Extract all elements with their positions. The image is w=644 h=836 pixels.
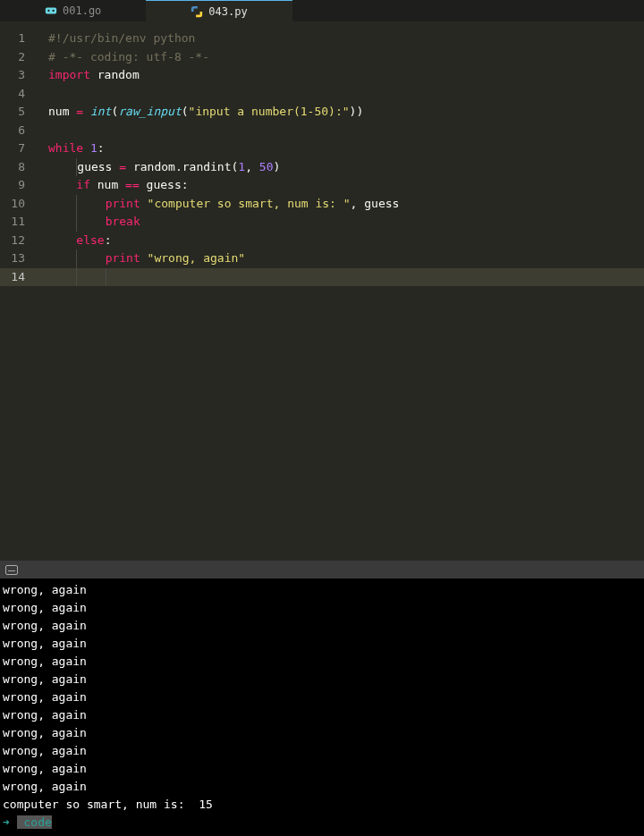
code-line[interactable]: # -*- coding: utf-8 -*- [48, 48, 644, 67]
line-number: 7 [0, 139, 38, 158]
code-line[interactable]: print "wrong, again" [48, 249, 644, 268]
tab-001-go[interactable]: 001.go [0, 0, 146, 21]
line-number: 12 [0, 232, 38, 250]
line-number: 6 [0, 122, 38, 140]
code-line[interactable]: break [48, 213, 644, 232]
line-number: 10 [0, 195, 38, 214]
line-number: 4 [0, 85, 38, 104]
tab-043-py[interactable]: 043.py [146, 0, 292, 21]
tab-bar: 001.go 043.py [0, 0, 644, 21]
line-number: 14 [0, 268, 38, 287]
terminal-output[interactable]: wrong, again wrong, again wrong, again w… [0, 578, 644, 836]
go-icon [45, 4, 57, 17]
line-number: 5 [0, 103, 38, 122]
code-line[interactable] [48, 122, 644, 140]
code-line[interactable]: guess = random.randint(1, 50) [48, 158, 644, 177]
code-line[interactable]: num = int(raw_input("input a number(1-50… [48, 103, 644, 122]
code-line[interactable] [48, 85, 644, 104]
svg-point-1 [47, 10, 49, 12]
line-number: 11 [0, 213, 38, 232]
line-number: 1 [0, 30, 38, 48]
line-number: 2 [0, 48, 38, 67]
code-line[interactable]: print "computer so smart, num is: ", gue… [48, 195, 644, 214]
code-line[interactable]: else: [48, 232, 644, 250]
line-number: 3 [0, 66, 38, 85]
code-line[interactable] [38, 268, 644, 287]
line-number: 13 [0, 249, 38, 268]
svg-point-2 [52, 10, 54, 12]
code-line[interactable]: import random [48, 66, 644, 85]
line-number-gutter: 1234567891011121314 [0, 21, 38, 561]
terminal-toolbar [0, 561, 644, 578]
code-line[interactable]: #!/usr/bin/env python [48, 30, 644, 48]
tab-label: 001.go [63, 4, 101, 17]
tab-label: 043.py [208, 5, 247, 18]
svg-rect-0 [46, 8, 56, 14]
code-area[interactable]: #!/usr/bin/env python# -*- coding: utf-8… [38, 21, 644, 561]
terminal-icon [5, 565, 18, 575]
line-number: 9 [0, 176, 38, 195]
code-line[interactable]: if num == guess: [48, 176, 644, 195]
python-icon [191, 5, 203, 18]
editor[interactable]: 1234567891011121314 #!/usr/bin/env pytho… [0, 21, 644, 561]
code-line[interactable]: while 1: [48, 139, 644, 158]
line-number: 8 [0, 158, 38, 177]
